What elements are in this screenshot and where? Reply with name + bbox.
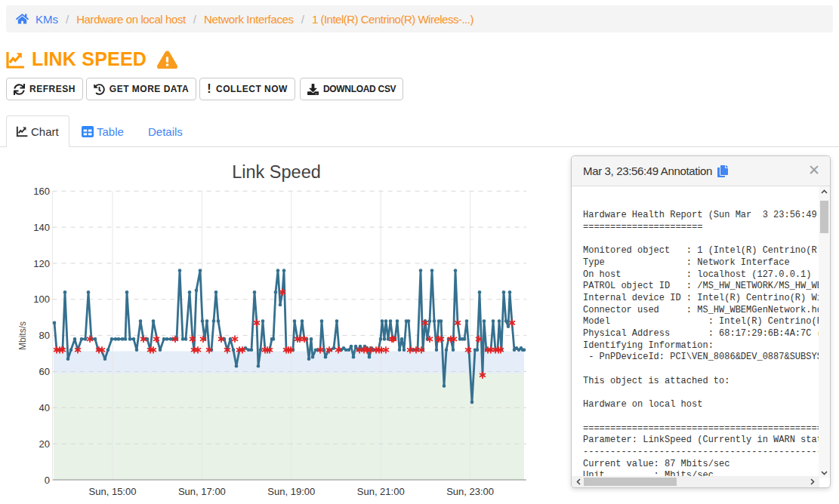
svg-text:Sun, 15:00: Sun, 15:00 [89, 486, 137, 497]
svg-text:0: 0 [45, 475, 50, 486]
svg-text:Sun, 23:00: Sun, 23:00 [446, 486, 494, 497]
svg-text:60: 60 [39, 366, 50, 377]
svg-text:160: 160 [33, 186, 50, 197]
svg-text:Sun, 21:00: Sun, 21:00 [357, 486, 405, 497]
svg-text:120: 120 [33, 258, 50, 269]
svg-text:Sun, 17:00: Sun, 17:00 [178, 486, 226, 497]
svg-text:20: 20 [39, 438, 50, 450]
svg-text:Link Speed: Link Speed [232, 162, 321, 182]
svg-text:140: 140 [33, 222, 50, 233]
svg-text:80: 80 [39, 330, 50, 341]
svg-text:Sun, 19:00: Sun, 19:00 [267, 486, 315, 497]
svg-text:40: 40 [39, 402, 50, 413]
svg-text:Mbits/s: Mbits/s [17, 321, 28, 350]
svg-text:100: 100 [33, 293, 50, 305]
